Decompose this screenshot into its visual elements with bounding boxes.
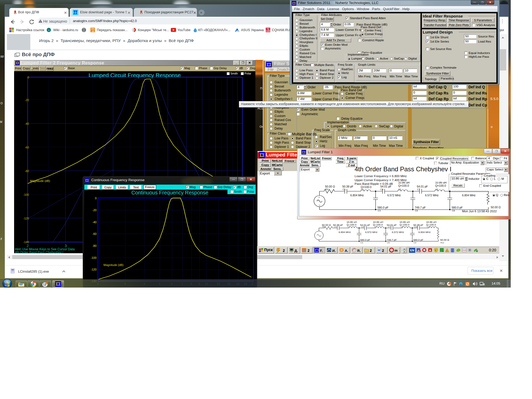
svg-text:A.: A. <box>345 249 348 253</box>
svg-text:L2: L2 <box>361 188 364 191</box>
svg-text:-60: -60 <box>92 232 97 235</box>
svg-text:-40: -40 <box>92 221 97 224</box>
svg-text:R0: R0 <box>322 226 325 228</box>
svg-text:749.7 pF: 749.7 pF <box>387 238 397 241</box>
svg-text:6.572 MHz: 6.572 MHz <box>392 231 404 234</box>
svg-text:C10: C10 <box>414 226 418 228</box>
svg-text:54.01 pF: 54.01 pF <box>417 185 428 188</box>
svg-text:580.0 pF: 580.0 pF <box>452 206 463 209</box>
svg-text:-140: -140 <box>23 240 29 244</box>
svg-text:6.804 MHz: 6.804 MHz <box>339 231 351 234</box>
svg-text:-20: -20 <box>92 209 97 212</box>
svg-text:2: 2 <box>307 248 310 253</box>
svg-text:10.86 uH: 10.86 uH <box>435 182 447 184</box>
svg-text:W: W <box>377 248 381 252</box>
svg-text:Magnitude (dB): Magnitude (dB) <box>30 179 50 182</box>
svg-text:C4: C4 <box>361 226 364 228</box>
svg-text:0: 0 <box>95 197 97 200</box>
svg-text:6.804 MHz: 6.804 MHz <box>350 194 364 197</box>
svg-text:R0: R0 <box>325 188 328 191</box>
svg-text:−: − <box>319 203 320 207</box>
svg-text:Q=100.0: Q=100.0 <box>398 184 409 187</box>
svg-text:C9: C9 <box>414 242 416 244</box>
svg-text:XVX: XVX <box>463 249 466 251</box>
svg-text:L2: L2 <box>348 226 350 228</box>
svg-text:m: m <box>302 249 305 252</box>
svg-text:C9: C9 <box>452 209 455 212</box>
svg-text:6.804 MHz: 6.804 MHz <box>418 231 431 234</box>
svg-text:50.00 Ω: 50.00 Ω <box>325 185 335 188</box>
svg-text:-100: -100 <box>91 256 97 259</box>
svg-text:L8: L8 <box>401 226 403 228</box>
svg-text:+: + <box>318 196 320 199</box>
svg-text:C7: C7 <box>388 226 390 228</box>
svg-text:6.572 MHz: 6.572 MHz <box>365 231 377 234</box>
svg-text:!: ! <box>447 250 447 252</box>
svg-text:L5: L5 <box>374 226 376 228</box>
svg-text:∞: ∞ <box>48 29 49 31</box>
svg-text:6.804 MHz: 6.804 MHz <box>462 194 476 197</box>
svg-text:C6: C6 <box>387 242 390 244</box>
svg-text:-60: -60 <box>25 146 29 149</box>
svg-text:Д.: Д. <box>294 249 298 253</box>
svg-text:!: ! <box>435 249 436 252</box>
svg-text:F.: F. <box>320 249 323 253</box>
svg-text:54.01 pF: 54.01 pF <box>380 185 391 188</box>
svg-text:749.7 pF: 749.7 pF <box>415 206 426 209</box>
svg-text:-80: -80 <box>92 244 97 247</box>
svg-text:50.00 Ω: 50.00 Ω <box>440 238 449 241</box>
svg-text:6.572 MHz: 6.572 MHz <box>387 194 401 197</box>
svg-text:50.38 pF: 50.38 pF <box>342 185 353 188</box>
svg-text:0: 0 <box>27 76 29 79</box>
svg-text:C7: C7 <box>417 188 420 191</box>
svg-text:R12: R12 <box>440 242 444 244</box>
svg-text:C6: C6 <box>415 209 418 212</box>
svg-text:-120: -120 <box>23 217 29 220</box>
svg-text:-40: -40 <box>25 122 29 125</box>
svg-text:L5: L5 <box>398 188 401 191</box>
svg-text:50.00 Ω: 50.00 Ω <box>491 206 501 209</box>
svg-text:2: 2 <box>382 248 384 253</box>
svg-text:580.0 pF: 580.0 pF <box>360 238 370 241</box>
svg-text:C4: C4 <box>380 188 383 191</box>
svg-text:-20: -20 <box>25 98 29 102</box>
svg-text:-80: -80 <box>25 169 29 173</box>
svg-text:И.: И. <box>332 249 336 253</box>
svg-text:Magnitude (dB): Magnitude (dB) <box>103 263 123 267</box>
svg-text:R.: R. <box>357 249 361 253</box>
svg-text:C3: C3 <box>360 242 363 244</box>
svg-text:580.0 pF: 580.0 pF <box>413 238 423 241</box>
svg-text:L8: L8 <box>435 188 438 191</box>
svg-text:m: m <box>394 248 398 252</box>
svg-text:A: A <box>429 249 431 252</box>
svg-text:C1: C1 <box>343 188 346 191</box>
svg-text:2: 2 <box>370 248 372 253</box>
svg-text:580.0 pF: 580.0 pF <box>377 206 388 209</box>
svg-text:L11: L11 <box>427 226 430 228</box>
svg-text:-120: -120 <box>91 268 97 271</box>
svg-text:-100: -100 <box>23 193 29 196</box>
svg-text:C3: C3 <box>378 209 381 212</box>
svg-text:10.86 uH: 10.86 uH <box>398 182 410 184</box>
svg-text:x: x <box>419 250 421 252</box>
svg-text:Q=100.0: Q=100.0 <box>435 184 446 187</box>
svg-text:2: 2 <box>283 248 285 253</box>
svg-text:C1: C1 <box>334 226 337 228</box>
svg-text:6.572 MHz: 6.572 MHz <box>425 194 439 197</box>
